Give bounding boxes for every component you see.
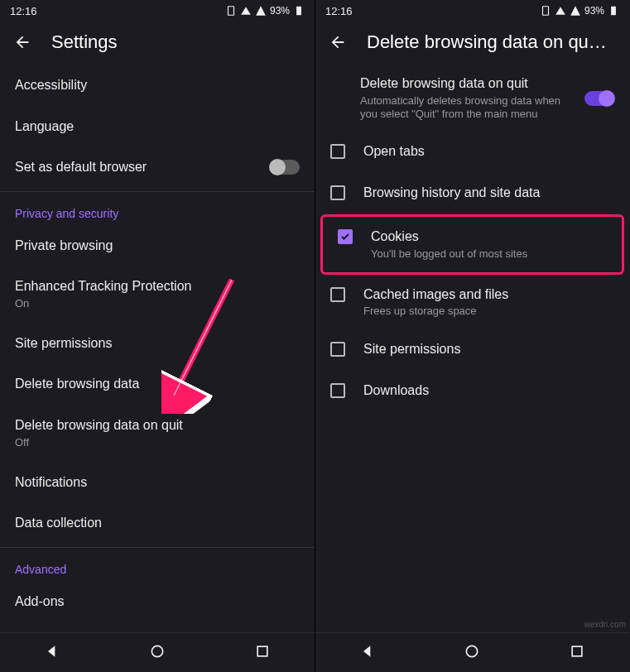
checkbox-open-tabs[interactable] <box>330 144 345 159</box>
title-bar: Delete browsing data on qu… <box>315 22 629 65</box>
clock: 12:16 <box>10 5 37 17</box>
settings-list[interactable]: Accessibility Language Set as default br… <box>0 65 315 632</box>
nav-back-icon[interactable] <box>359 643 376 663</box>
svg-rect-3 <box>257 646 267 656</box>
status-bar: 12:16 93% <box>315 0 629 22</box>
svg-rect-0 <box>228 7 233 16</box>
checkbox-cookies[interactable] <box>338 229 353 244</box>
row-addons[interactable]: Add-ons <box>0 581 315 622</box>
watermark: wexdri.com <box>584 620 626 629</box>
delete-options-list[interactable]: Delete browsing data on quit Automatical… <box>315 65 629 632</box>
nav-home-icon[interactable] <box>464 643 480 663</box>
row-site-permissions[interactable]: Site permissions <box>0 323 315 364</box>
row-language[interactable]: Language <box>0 106 315 147</box>
section-privacy: Privacy and security <box>0 195 315 225</box>
settings-pane: 12:16 93% Settings Accessibility Languag… <box>0 0 315 672</box>
row-data-collection[interactable]: Data collection <box>0 502 315 544</box>
nav-back-icon[interactable] <box>44 643 60 663</box>
divider <box>0 191 315 192</box>
svg-rect-7 <box>611 7 616 16</box>
status-icons: 93% <box>540 5 619 17</box>
nav-recent-icon[interactable] <box>254 643 271 663</box>
svg-rect-1 <box>296 7 301 16</box>
row-private-browsing[interactable]: Private browsing <box>0 225 315 266</box>
title-bar: Settings <box>0 22 315 65</box>
divider <box>0 547 315 548</box>
nav-recent-icon[interactable] <box>569 643 585 663</box>
master-toggle[interactable] <box>584 91 614 106</box>
section-advanced: Advanced <box>0 551 315 581</box>
row-history[interactable]: Browsing history and site data <box>315 173 629 214</box>
battery-percent: 93% <box>584 5 604 17</box>
row-delete-quit[interactable]: Delete browsing data on quit Off <box>0 405 315 461</box>
row-cookies[interactable]: Cookies You'll be logged out of most sit… <box>323 217 622 271</box>
status-icons: 93% <box>225 5 305 17</box>
checkbox-history[interactable] <box>330 185 345 200</box>
row-downloads[interactable]: Downloads <box>315 371 629 412</box>
svg-point-2 <box>151 646 162 656</box>
highlight-cookies: Cookies You'll be logged out of most sit… <box>320 214 624 274</box>
row-notifications[interactable]: Notifications <box>0 462 315 503</box>
back-icon[interactable] <box>329 33 347 51</box>
row-open-tabs[interactable]: Open tabs <box>315 132 629 173</box>
battery-percent: 93% <box>270 5 290 17</box>
row-master-toggle[interactable]: Delete browsing data on quit Automatical… <box>315 65 629 132</box>
svg-rect-6 <box>542 7 548 16</box>
default-browser-toggle[interactable] <box>270 160 300 175</box>
nav-bar <box>0 632 315 672</box>
row-etp[interactable]: Enhanced Tracking Protection On <box>0 266 315 322</box>
nav-home-icon[interactable] <box>149 643 166 663</box>
page-title: Delete browsing data on qu… <box>367 31 607 53</box>
checkbox-downloads[interactable] <box>330 383 345 398</box>
row-cache[interactable]: Cached images and files Frees up storage… <box>315 275 629 329</box>
row-accessibility[interactable]: Accessibility <box>0 65 315 106</box>
back-icon[interactable] <box>13 33 31 51</box>
row-site-permissions[interactable]: Site permissions <box>315 329 629 371</box>
svg-point-8 <box>467 646 478 656</box>
checkbox-cache[interactable] <box>330 287 345 302</box>
nav-bar <box>315 632 629 672</box>
clock: 12:16 <box>325 5 353 17</box>
status-bar: 12:16 93% <box>0 0 315 22</box>
delete-data-pane: 12:16 93% Delete browsing data on qu… De… <box>315 0 629 672</box>
checkbox-site-permissions[interactable] <box>330 342 345 357</box>
svg-rect-9 <box>572 646 582 656</box>
row-delete-data[interactable]: Delete browsing data <box>0 363 315 405</box>
page-title: Settings <box>51 31 118 53</box>
row-default-browser[interactable]: Set as default browser <box>0 146 315 188</box>
